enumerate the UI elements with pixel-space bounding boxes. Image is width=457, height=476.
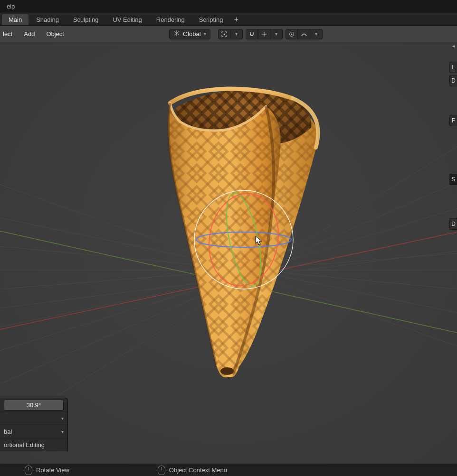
axes-icon	[173, 30, 180, 38]
svg-point-3	[291, 33, 293, 35]
n-panel-tab-3[interactable]: F	[449, 115, 457, 126]
snap-chevron[interactable]: ▾	[270, 29, 283, 39]
n-panel-tab-1[interactable]: L	[449, 62, 457, 73]
proportional-falloff-button[interactable]	[298, 29, 310, 39]
proportional-group: ▾	[286, 29, 323, 39]
operator-angle-value[interactable]: 30.9°	[4, 400, 64, 411]
3d-viewport[interactable]: ◂ L D F S D 30.9° ▾ bal▾ ortional Editin…	[0, 42, 457, 464]
svg-point-27	[243, 239, 245, 241]
mouse-icon	[25, 466, 32, 475]
menu-help[interactable]: elp	[3, 1, 19, 11]
transform-orientation-dropdown[interactable]: Global ▾	[169, 29, 210, 39]
n-panel-tab-4[interactable]: S	[449, 174, 457, 185]
workspace-tab-shading[interactable]: Shading	[29, 14, 66, 25]
proportional-toggle[interactable]	[286, 29, 298, 39]
workspace-tab-rendering[interactable]: Rendering	[150, 14, 191, 25]
workspace-add-button[interactable]: +	[230, 15, 242, 24]
viewport-scene	[0, 42, 457, 464]
top-menu-bar: elp	[0, 0, 457, 13]
proportional-chevron[interactable]: ▾	[310, 29, 323, 39]
svg-point-1	[264, 34, 265, 35]
workspace-tab-scripting[interactable]: Scripting	[192, 14, 230, 25]
workspace-tabbar: Main Shading Sculpting UV Editing Render…	[0, 13, 457, 26]
operator-orientation-dropdown[interactable]: bal▾	[4, 428, 64, 435]
mouse-icon	[158, 466, 165, 475]
svg-point-0	[224, 33, 225, 35]
pivot-point-button[interactable]	[218, 29, 230, 39]
n-panel-tab-5[interactable]: D	[449, 218, 457, 230]
operator-panel: 30.9° ▾ bal▾ ortional Editing	[0, 398, 68, 451]
status-context-menu-hint: Object Context Menu	[158, 466, 227, 475]
operator-proportional-label: ortional Editing	[4, 441, 45, 448]
snap-group: ▾	[246, 29, 283, 39]
workspace-tab-sculpting[interactable]: Sculpting	[67, 14, 105, 25]
status-rotate-view-hint: Rotate View	[25, 466, 69, 475]
status-bar: Rotate View Object Context Menu	[0, 464, 457, 476]
pivot-group: ▾	[218, 29, 243, 39]
pivot-chevron[interactable]: ▾	[230, 29, 243, 39]
snap-mode-button[interactable]	[258, 29, 270, 39]
menu-object[interactable]: Object	[41, 28, 69, 39]
n-panel-tabs: ◂ L D F S D	[449, 42, 457, 230]
workspace-tab-uvediting[interactable]: UV Editing	[106, 14, 148, 25]
chevron-down-icon: ▾	[204, 31, 206, 37]
n-panel-tab-2[interactable]: D	[449, 75, 457, 86]
menu-add[interactable]: Add	[19, 28, 39, 39]
n-panel-toggle[interactable]: ◂	[449, 43, 457, 48]
operator-dropdown-1[interactable]: ▾	[4, 416, 64, 421]
viewport-header: lect Add Object Global ▾ ▾ ▾	[0, 26, 457, 42]
workspace-tab-main[interactable]: Main	[2, 14, 29, 25]
snap-toggle[interactable]	[246, 29, 258, 39]
orientation-value: Global	[183, 30, 201, 37]
menu-select[interactable]: lect	[3, 28, 17, 39]
